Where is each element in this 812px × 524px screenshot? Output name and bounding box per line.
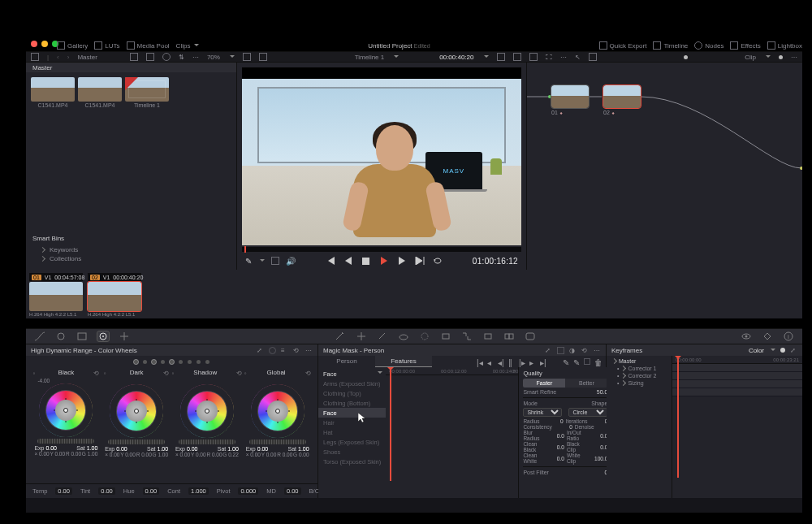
node-options-icon[interactable]: ⋯ [791,54,797,61]
media-clip[interactable]: C1541.MP4 [31,77,75,108]
md-value[interactable]: 0.00 [284,487,301,495]
tab-person[interactable]: Person [318,356,375,367]
clip-scope[interactable]: Clip [745,54,756,61]
zone-dots[interactable] [26,356,317,367]
feature-option[interactable]: Shoes [318,447,386,457]
lightbox-button[interactable]: Lightbox [767,41,802,50]
color-wheel-global[interactable]: ◦Global⟲ Exp 0.00Sat 1.00 × 0.00Y 0.00R … [244,369,311,457]
keyframe-tree[interactable]: Master•Corrector 1•Corrector 2•Sizing [607,356,672,498]
media-clip[interactable]: Timeline 1 [125,77,169,108]
nodes-panel-button[interactable]: Nodes [694,41,723,50]
mask-param-row[interactable]: Radius0Iterations0 [523,418,607,424]
highlight-icon[interactable] [513,53,521,61]
feature-option[interactable]: Face [318,408,386,418]
track-pause-icon[interactable]: ‖ [508,358,515,365]
node-01[interactable] [551,85,589,108]
pivot-value[interactable]: 0.000 [238,487,258,495]
clips-button[interactable]: Clips [176,42,200,50]
viewer-scrubber[interactable] [242,247,521,252]
keyframe-tree-item[interactable]: Master [607,357,672,365]
mask-param-row[interactable]: Blur Radius0.0In/Out Ratio0.0 [523,430,607,441]
eye-icon[interactable] [741,331,752,341]
3d-icon[interactable] [482,331,494,341]
kf-expand-icon[interactable]: ⤢ [790,347,797,354]
timeline-clip[interactable]: 02V100:00:40:20H.264 High 4:2:2 L5.1 [88,273,141,317]
mask-options-icon[interactable]: ⋯ [594,347,601,354]
breadcrumb-master[interactable]: Master [77,54,97,61]
smart-bin-item[interactable]: Keywords [32,245,230,254]
play-icon[interactable] [379,256,389,266]
track-first-icon[interactable]: |◂ [477,358,483,365]
hue-value[interactable]: 0.00 [143,487,160,495]
qualifier-icon[interactable] [55,331,67,341]
kf-indicator-icon[interactable] [762,331,773,341]
stereo-icon[interactable] [503,331,515,341]
keyframe-tree-item[interactable]: •Corrector 1 [607,365,672,372]
track-last-icon[interactable]: ▸| [540,358,546,365]
expand-icon[interactable]: ⤢ [257,347,264,354]
track-rev-icon[interactable]: ◂| [498,358,504,365]
color-wheel-shadow[interactable]: ◦Shadow⟲ Exp 0.00Sat 1.00 × 0.00Y 0.00R … [174,369,240,457]
smart-bin-item[interactable]: Collections [32,254,230,263]
wand2-icon[interactable] [377,331,388,341]
fwd-icon[interactable]: › [67,54,70,61]
contrast-value[interactable]: 1.000 [188,487,209,495]
keyframe-tree-item[interactable]: •Corrector 2 [607,372,672,379]
loop-icon[interactable] [433,256,443,266]
track-next-icon[interactable]: ▸ [529,358,536,365]
fit-icon[interactable] [243,53,251,61]
cloud-icon[interactable] [398,331,409,341]
mask-param-row[interactable]: Consistency0Denoise0.0 [523,424,607,430]
quick-export-button[interactable]: Quick Export [599,41,647,50]
stop-icon[interactable] [361,256,371,266]
viewer-canvas[interactable]: MASV [242,67,521,245]
stroke-add-icon[interactable]: ✎ [563,358,569,365]
wheel-options-icon[interactable]: ⋯ [305,347,313,354]
timeline-timecode[interactable]: 00:00:40:20 [439,54,473,61]
feature-dropdown[interactable]: Face Arms (Exposed Skin)Clothing (Top)Cl… [318,367,386,498]
feature-option[interactable]: Torso (Exposed Skin) [318,457,386,466]
back-icon[interactable]: ‹ [57,54,59,61]
keyframe-timeline[interactable]: 00:00:00:0000:00:23:21 [672,356,802,498]
wheel-mode-icon[interactable] [269,347,276,354]
mask-overlay-icon[interactable] [497,53,505,61]
media-pool-tab[interactable]: Master [26,63,236,72]
sizing-icon[interactable] [461,331,473,341]
timeline-name[interactable]: Timeline 1 [355,54,385,61]
effects-button[interactable]: Effects [730,41,760,50]
openfx-icon[interactable] [589,53,597,61]
mask-reset-icon[interactable]: ⟲ [581,347,589,354]
mask-timeline[interactable]: 00:00:00:0000:00:12:0000:00:24:00 ⟳ [386,367,518,498]
bypass-icon[interactable] [271,257,279,265]
mode-select[interactable]: Shrink [523,408,562,417]
stroke-sub-icon[interactable]: ✎ [573,358,580,365]
prev-clip-icon[interactable] [326,256,335,266]
safe-area-icon[interactable] [259,53,267,61]
tab-features[interactable]: Features [375,356,432,367]
feature-option[interactable]: Clothing (Top) [318,388,386,398]
temp-value[interactable]: 0.00 [55,487,72,495]
mask-invert-icon[interactable] [557,347,564,354]
sort-icon[interactable]: ⇅ [179,54,184,61]
feature-option[interactable]: Hair [318,418,386,427]
mask-expand-icon[interactable]: ⤢ [545,347,552,354]
info-icon[interactable]: i [783,331,794,341]
options-icon[interactable]: ⋯ [192,54,199,61]
dolby-icon[interactable] [525,331,536,341]
media-clip[interactable]: C1541.MP4 [78,77,122,108]
tint-value[interactable]: 0.00 [98,487,115,495]
node-graph[interactable]: 01 ⬥ 02 ⬥ [526,63,802,270]
mask-overlay2-icon[interactable]: ◑ [569,347,577,354]
sliders-icon[interactable]: ≡ [281,347,288,354]
magic-mask-icon[interactable] [97,331,109,341]
keyframe-tree-item[interactable]: •Sizing [607,379,672,387]
wand-icon[interactable] [335,331,346,341]
thumbnail-timeline[interactable]: 01V100:04:57:08H.264 High 4:2:2 L5.102V1… [26,270,802,318]
shape-select[interactable]: Circle [568,408,607,417]
color-wheel-black[interactable]: ◦Black⟲ -4.00 Exp 0.00Sat 1.00 × 0.00Y 0… [32,369,99,457]
sparkle-icon[interactable] [356,331,367,341]
split-icon[interactable] [529,53,538,61]
luts-button[interactable]: LUTs [94,41,119,50]
feature-option[interactable]: Clothing (Bottom) [318,398,386,408]
step-fwd-icon[interactable] [397,256,407,266]
